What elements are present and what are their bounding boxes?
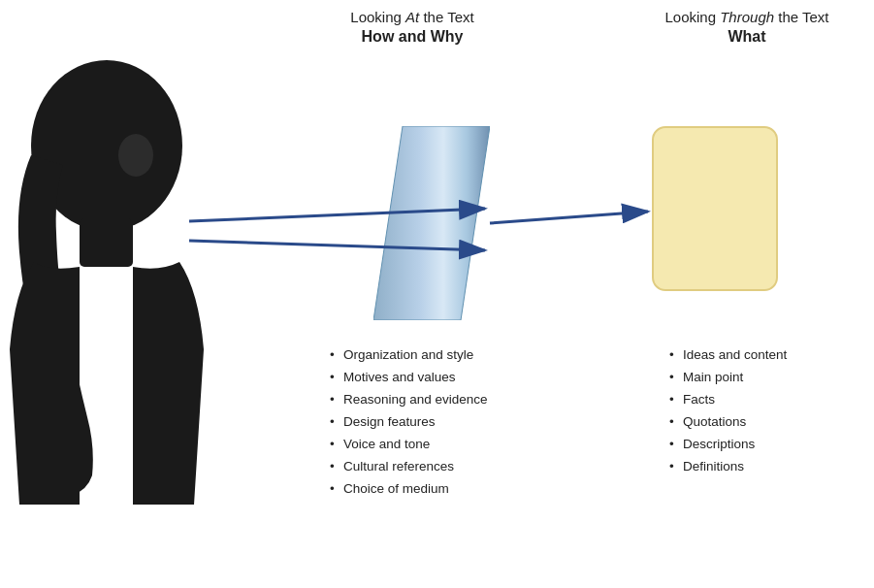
list-item-facts: Facts xyxy=(669,389,863,411)
svg-point-2 xyxy=(118,134,153,177)
diagram-container: Looking At the Text How and Why Looking … xyxy=(0,0,874,588)
silhouette-figure xyxy=(10,58,223,505)
list-item-descriptions: Descriptions xyxy=(669,434,863,456)
svg-marker-3 xyxy=(373,126,490,320)
yellow-box xyxy=(652,126,778,291)
looking-through-title: Looking Through the Text xyxy=(664,9,828,25)
list-item-design: Design features xyxy=(330,411,543,434)
how-and-why: How and Why xyxy=(362,28,464,45)
list-left: Organization and style Motives and value… xyxy=(330,344,543,501)
label-at-text: Looking At the Text How and Why xyxy=(330,8,495,47)
list-item-medium: Choice of medium xyxy=(330,478,543,501)
label-through-text: Looking Through the Text What xyxy=(660,8,834,47)
list-item-org: Organization and style xyxy=(330,344,543,367)
list-item-quotations: Quotations xyxy=(669,411,863,434)
list-item-cultural: Cultural references xyxy=(330,456,543,478)
list-right: Ideas and content Main point Facts Quota… xyxy=(669,344,863,478)
lens-parallelogram xyxy=(373,126,490,320)
svg-rect-1 xyxy=(80,218,133,267)
what-label: What xyxy=(728,28,765,45)
list-item-ideas: Ideas and content xyxy=(669,344,863,367)
list-item-voice: Voice and tone xyxy=(330,434,543,456)
looking-at-title: Looking At the Text xyxy=(350,9,473,25)
list-item-definitions: Definitions xyxy=(669,456,863,478)
list-item-motives: Motives and values xyxy=(330,367,543,389)
svg-line-7 xyxy=(490,212,648,223)
list-item-reasoning: Reasoning and evidence xyxy=(330,389,543,411)
list-item-main-point: Main point xyxy=(669,367,863,389)
